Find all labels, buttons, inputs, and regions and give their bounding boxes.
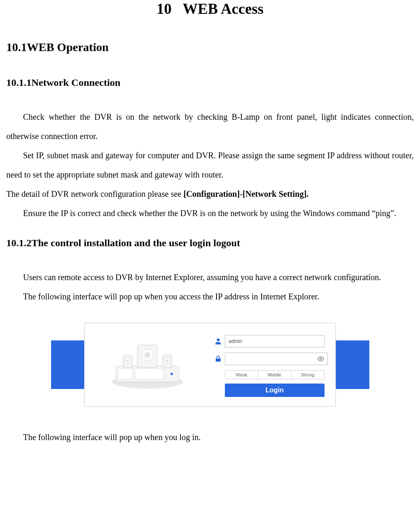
bold-text: [Configuration]: [183, 189, 240, 198]
paragraph-text: Ensure the IP is correct and check wheth…: [6, 203, 414, 223]
subsection-title: The control installation and the user lo…: [31, 237, 240, 248]
password-strength-indicator: Weak Middle Strong: [225, 370, 325, 379]
svg-rect-3: [135, 368, 163, 379]
svg-point-13: [166, 360, 169, 363]
password-input[interactable]: [225, 353, 328, 365]
lock-icon: [211, 355, 225, 363]
paragraph-text: Check whether the DVR is on the network …: [6, 107, 414, 146]
decorative-bar: [336, 340, 369, 389]
login-screenshot-figure: Weak Middle Strong Login: [51, 323, 369, 407]
svg-point-7: [144, 352, 150, 358]
subsection-number: 10.1.1: [6, 77, 31, 88]
paragraph-text: Users can remote access to DVR by Intern…: [6, 268, 414, 287]
svg-point-4: [170, 373, 173, 375]
svg-rect-15: [216, 358, 221, 362]
chapter-heading: 10 WEB Access: [6, 0, 414, 18]
strength-strong: Strong: [291, 371, 324, 379]
login-button[interactable]: Login: [225, 384, 325, 397]
section-number: 10.1: [6, 41, 27, 54]
subsection-heading-network: 10.1.1Network Connection: [6, 77, 414, 88]
chapter-number: 10: [157, 0, 172, 17]
svg-point-16: [320, 358, 322, 360]
bold-text: [Network Setting].: [242, 189, 309, 198]
paragraph-text: The following interface will pop up when…: [6, 428, 414, 447]
paragraph-text: Set IP, subnet mask and gateway for comp…: [6, 146, 414, 184]
eye-icon[interactable]: [317, 355, 325, 363]
decorative-bar: [51, 340, 85, 389]
login-card: Weak Middle Strong Login: [84, 323, 335, 407]
subsection-heading-control: 10.1.2The control installation and the u…: [6, 237, 414, 249]
section-title: WEB Operation: [27, 41, 108, 54]
username-row: [211, 335, 325, 348]
device-illustration: [106, 340, 189, 390]
strength-middle: Middle: [258, 371, 291, 379]
paragraph-text: The detail of DVR network configuration …: [6, 184, 414, 203]
svg-rect-2: [118, 368, 133, 379]
chapter-title: WEB Access: [183, 0, 263, 17]
text-run: The detail of DVR network configuration …: [6, 189, 183, 198]
section-heading: 10.1WEB Operation: [6, 41, 414, 54]
subsection-title: Network Connection: [31, 77, 121, 88]
paragraph-text: The following interface will pop up when…: [6, 287, 414, 306]
password-row: [211, 353, 325, 365]
svg-point-14: [216, 338, 219, 341]
user-icon: [211, 337, 225, 345]
username-input[interactable]: [225, 335, 325, 348]
login-form: Weak Middle Strong Login: [211, 335, 325, 397]
subsection-number: 10.1.2: [6, 237, 31, 248]
svg-point-10: [126, 360, 129, 363]
strength-weak: Weak: [225, 371, 258, 379]
